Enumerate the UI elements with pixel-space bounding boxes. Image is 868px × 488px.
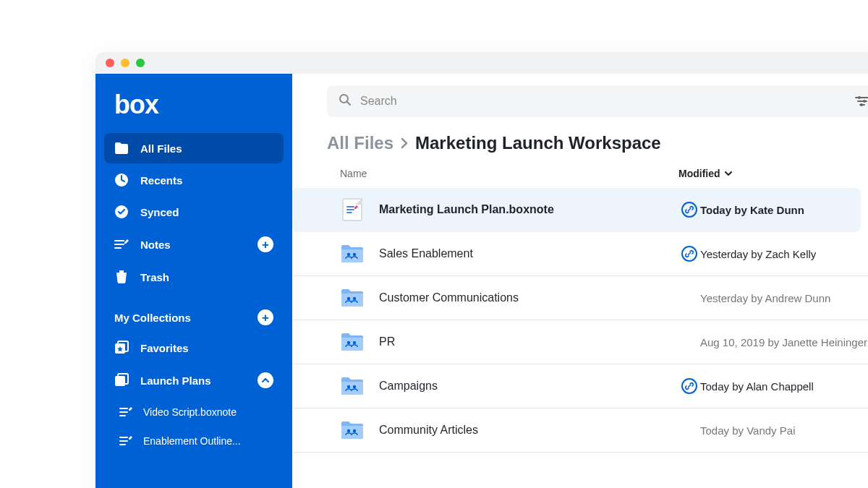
file-modified: Today by Alan Chappell [700, 380, 814, 393]
app-window: box All Files Recents Synced [95, 52, 868, 488]
note-file-icon [119, 405, 133, 419]
sidebar-item-trash[interactable]: Trash [104, 262, 284, 292]
svg-point-8 [863, 100, 866, 103]
breadcrumb-current: Marketing Launch Workspace [415, 133, 661, 153]
collapse-icon[interactable] [258, 372, 273, 388]
note-file-icon [119, 434, 133, 448]
file-row[interactable]: Sales EnablementYesterday by Zach Kelly [292, 232, 868, 276]
svg-point-17 [353, 385, 356, 388]
file-row[interactable]: CampaignsToday by Alan Chappell [292, 364, 868, 408]
sidebar-subitem-video-script[interactable]: Video Script.boxnote [104, 398, 284, 427]
favorites-icon [114, 341, 129, 355]
folder-icon [340, 419, 365, 442]
sidebar-item-recents[interactable]: Recents [104, 165, 284, 195]
collections-header-label: My Collections [114, 312, 191, 324]
search-filter-button[interactable] [855, 96, 868, 106]
breadcrumb-root[interactable]: All Files [327, 133, 393, 153]
sidebar-item-label: Favorites [140, 342, 189, 354]
window-zoom-button[interactable] [136, 59, 145, 67]
file-name: Campaigns [365, 380, 678, 393]
sidebar-item-label: Launch Plans [140, 374, 211, 387]
sidebar-item-label: Synced [140, 206, 179, 218]
file-modified: Yesterday by Zach Kelly [700, 248, 816, 260]
svg-point-12 [347, 297, 350, 300]
sidebar-item-launch-plans[interactable]: Launch Plans [104, 364, 284, 396]
search-icon [339, 93, 352, 109]
file-list: Marketing Launch Plan.boxnoteToday by Ka… [292, 188, 868, 453]
svg-point-15 [353, 341, 356, 344]
svg-point-11 [353, 253, 356, 256]
svg-point-19 [353, 429, 356, 432]
file-name: Community Articles [365, 424, 678, 437]
svg-point-18 [347, 429, 350, 432]
file-name: Customer Communications [365, 291, 678, 304]
trash-icon [114, 270, 129, 284]
svg-point-7 [858, 96, 861, 99]
boxnote-file-icon [340, 198, 365, 221]
svg-point-16 [347, 385, 350, 388]
sidebar-item-all-files[interactable]: All Files [104, 133, 284, 163]
shared-link-icon [681, 246, 697, 262]
file-modified: Aug 10, 2019 by Janette Heininger [700, 336, 867, 348]
sidebar-item-label: All Files [140, 142, 182, 155]
column-header-modified[interactable]: Modified [678, 168, 732, 179]
folder-icon [340, 286, 365, 309]
window-close-button[interactable] [106, 59, 114, 67]
svg-point-13 [353, 297, 356, 300]
column-header-modified-label: Modified [678, 168, 720, 179]
file-modified: Yesterday by Andrew Dunn [700, 292, 830, 304]
breadcrumb: All Files Marketing Launch Workspace [327, 133, 868, 153]
folder-icon [340, 242, 365, 265]
search-bar[interactable] [327, 85, 868, 117]
folder-icon [340, 330, 365, 354]
sidebar-item-favorites[interactable]: Favorites [104, 333, 284, 363]
folder-icon [114, 141, 129, 155]
svg-point-14 [347, 341, 350, 344]
file-name: Marketing Launch Plan.boxnote [365, 203, 678, 216]
sidebar-subitem-enablement-outline[interactable]: Enablement Outline... [104, 427, 284, 455]
add-collection-button[interactable]: + [258, 309, 273, 325]
chevron-down-icon [725, 171, 732, 176]
file-row[interactable]: Marketing Launch Plan.boxnoteToday by Ka… [292, 188, 861, 232]
notes-icon [114, 237, 129, 252]
sidebar: box All Files Recents Synced [95, 74, 292, 488]
window-minimize-button[interactable] [121, 59, 129, 67]
shared-link-icon [681, 202, 697, 218]
file-modified: Today by Vandy Pai [700, 424, 795, 437]
clock-icon [114, 173, 129, 187]
svg-point-9 [860, 103, 863, 106]
app-body: box All Files Recents Synced [95, 74, 868, 488]
add-note-button[interactable]: + [258, 236, 273, 252]
column-header-name[interactable]: Name [327, 168, 678, 179]
titlebar [95, 52, 868, 74]
stack-icon [114, 373, 129, 388]
file-row[interactable]: Customer CommunicationsYesterday by Andr… [292, 276, 868, 320]
chevron-right-icon [401, 133, 408, 153]
file-modified: Today by Kate Dunn [700, 204, 804, 216]
file-row[interactable]: Community ArticlesToday by Vandy Pai [292, 408, 868, 453]
sidebar-item-notes[interactable]: Notes + [104, 228, 284, 260]
sidebar-item-label: Notes [140, 239, 171, 251]
shared-link-icon [681, 378, 697, 394]
collections-header: My Collections + [104, 294, 284, 333]
file-name: Sales Enablement [365, 247, 678, 260]
svg-point-10 [347, 253, 350, 256]
column-headers: Name Modified [292, 168, 868, 188]
search-input[interactable] [360, 95, 846, 108]
file-row[interactable]: PRAug 10, 2019 by Janette Heininger [292, 320, 868, 364]
file-name: PR [365, 335, 678, 348]
sidebar-subitem-label: Video Script.boxnote [143, 406, 237, 418]
main-panel: All Files Marketing Launch Workspace Nam… [292, 74, 868, 488]
sidebar-item-synced[interactable]: Synced [104, 197, 284, 227]
sidebar-item-label: Trash [140, 271, 169, 283]
check-circle-icon [114, 205, 129, 219]
sidebar-item-label: Recents [140, 174, 182, 187]
sidebar-subitem-label: Enablement Outline... [143, 435, 241, 447]
folder-icon [340, 374, 365, 398]
brand-logo: box [104, 87, 284, 133]
